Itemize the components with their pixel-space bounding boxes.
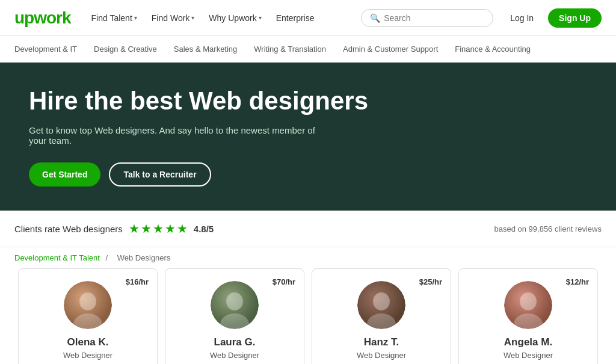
card-rate: $16/hr xyxy=(126,277,149,286)
rating-score: 4.8/5 xyxy=(194,224,214,234)
search-icon: 🔍 xyxy=(370,13,380,23)
freelancer-card: $16/hr Olena K. Web Designer ★ 5.0/5 (70… xyxy=(18,268,158,364)
star-3: ★ xyxy=(153,221,164,236)
sub-nav-finance[interactable]: Finance & Accounting xyxy=(455,45,531,54)
rating-reviews: based on 99,856 client reviews xyxy=(494,224,602,233)
nav-find-work[interactable]: Find Work ▾ xyxy=(146,10,201,26)
avatar xyxy=(357,281,405,329)
header-actions: Log In Sign Up xyxy=(503,8,602,28)
signup-button[interactable]: Sign Up xyxy=(548,8,602,28)
freelancer-name: Angela M. xyxy=(504,336,552,348)
svg-point-10 xyxy=(373,292,390,310)
talk-recruiter-button[interactable]: Talk to a Recruiter xyxy=(109,162,211,187)
header: upwork Find Talent ▾ Find Work ▾ Why Upw… xyxy=(0,0,616,36)
cards-grid: $16/hr Olena K. Web Designer ★ 5.0/5 (70… xyxy=(0,268,616,364)
search-input[interactable] xyxy=(384,13,480,23)
avatar xyxy=(211,281,259,329)
get-started-button[interactable]: Get Started xyxy=(29,162,100,187)
nav-enterprise[interactable]: Enterprise xyxy=(270,10,321,26)
freelancer-title: Web Designer xyxy=(210,351,259,360)
card-rate: $25/hr xyxy=(419,277,442,286)
breadcrumb-current: Web Designers xyxy=(117,253,171,262)
svg-point-14 xyxy=(520,292,537,310)
freelancer-card: $70/hr Laura G. Web Designer ★ 5.0/5 (95… xyxy=(165,268,304,364)
nav-find-talent[interactable]: Find Talent ▾ xyxy=(85,10,143,26)
freelancer-title: Web Designer xyxy=(357,351,406,360)
main-nav: Find Talent ▾ Find Work ▾ Why Upwork ▾ E… xyxy=(85,10,321,26)
star-5: ★ xyxy=(177,221,188,236)
sub-nav: Development & IT Design & Creative Sales… xyxy=(0,36,616,63)
avatar xyxy=(64,281,112,329)
star-2: ★ xyxy=(141,221,152,236)
freelancer-name: Laura G. xyxy=(214,336,256,348)
card-rate: $70/hr xyxy=(273,277,295,286)
card-rate: $12/hr xyxy=(566,277,589,286)
login-button[interactable]: Log In xyxy=(503,10,541,26)
star-1: ★ xyxy=(129,221,140,236)
freelancer-card: $12/hr Angela M. Web Designer ★ 5.0/5 (6… xyxy=(458,268,598,364)
find-talent-chevron-icon: ▾ xyxy=(134,14,137,21)
avatar xyxy=(504,281,552,329)
stars: ★ ★ ★ ★ ★ xyxy=(129,221,188,236)
rating-bar: Clients rate Web designers ★ ★ ★ ★ ★ 4.8… xyxy=(0,211,616,247)
svg-point-2 xyxy=(79,292,96,310)
svg-point-6 xyxy=(226,292,243,310)
nav-why-upwork[interactable]: Why Upwork ▾ xyxy=(203,10,267,26)
sub-nav-design[interactable]: Design & Creative xyxy=(94,45,157,54)
freelancer-title: Web Designer xyxy=(504,351,553,360)
freelancer-name: Hanz T. xyxy=(364,336,399,348)
breadcrumb-separator: / xyxy=(106,253,108,262)
why-upwork-chevron-icon: ▾ xyxy=(259,14,262,21)
rating-left: Clients rate Web designers ★ ★ ★ ★ ★ 4.8… xyxy=(14,221,214,236)
find-work-chevron-icon: ▾ xyxy=(191,14,194,21)
star-4: ★ xyxy=(165,221,176,236)
hero-title: Hire the best Web designers xyxy=(29,87,390,116)
sub-nav-writing[interactable]: Writing & Translation xyxy=(254,45,326,54)
sub-nav-dev-it[interactable]: Development & IT xyxy=(14,45,77,54)
breadcrumb: Development & IT Talent / Web Designers xyxy=(0,247,616,268)
sub-nav-sales[interactable]: Sales & Marketing xyxy=(174,45,238,54)
breadcrumb-parent[interactable]: Development & IT Talent xyxy=(14,253,100,262)
freelancer-title: Web Designer xyxy=(63,351,112,360)
freelancer-card: $25/hr Hanz T. Web Designer ★ 5.0/5 (43 … xyxy=(312,268,451,364)
sub-nav-admin[interactable]: Admin & Customer Support xyxy=(343,45,438,54)
logo[interactable]: upwork xyxy=(14,8,71,28)
hero-buttons: Get Started Talk to a Recruiter xyxy=(29,162,587,187)
search-bar: 🔍 xyxy=(361,9,493,27)
hero-section: Hire the best Web designers Get to know … xyxy=(0,63,616,211)
freelancer-name: Olena K. xyxy=(67,336,109,348)
rating-label: Clients rate Web designers xyxy=(14,224,123,234)
hero-subtitle: Get to know top Web designers. And say h… xyxy=(29,125,330,146)
